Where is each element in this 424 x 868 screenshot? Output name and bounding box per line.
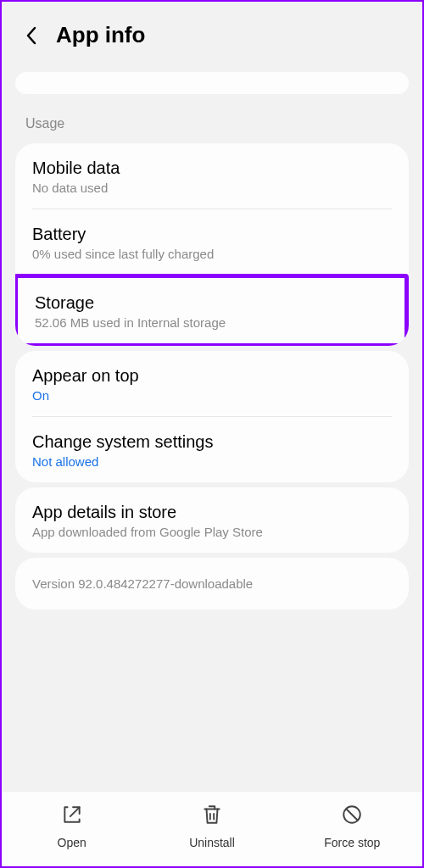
version-text: Version 92.0.484272277-downloadable [32, 576, 392, 591]
store-title: App details in store [32, 503, 392, 522]
mobile-data-title: Mobile data [32, 159, 392, 178]
change-settings-title: Change system settings [32, 432, 392, 452]
usage-section-label: Usage [2, 101, 422, 138]
header: App info [2, 2, 422, 65]
uninstall-label: Uninstall [189, 836, 235, 849]
page-title: App info [56, 22, 145, 48]
change-settings-sub: Not allowed [32, 454, 392, 469]
storage-highlight: Storage 52.06 MB used in Internal storag… [15, 274, 409, 346]
battery-title: Battery [32, 225, 392, 244]
permissions-card: Appear on top On Change system settings … [15, 351, 409, 482]
top-card-placeholder [15, 72, 409, 94]
storage-sub: 52.06 MB used in Internal storage [35, 315, 388, 330]
battery-row[interactable]: Battery 0% used since last fully charged [15, 209, 409, 275]
appear-on-top-title: Appear on top [32, 366, 392, 386]
change-settings-row[interactable]: Change system settings Not allowed [15, 417, 409, 482]
appear-on-top-sub: On [32, 388, 392, 403]
storage-title: Storage [35, 293, 388, 313]
storage-row[interactable]: Storage 52.06 MB used in Internal storag… [18, 278, 404, 343]
stop-icon [341, 804, 363, 829]
usage-card: Mobile data No data used Battery 0% used… [15, 143, 409, 346]
force-stop-label: Force stop [324, 836, 380, 849]
open-icon [61, 804, 83, 829]
force-stop-button[interactable]: Force stop [282, 804, 422, 849]
mobile-data-row[interactable]: Mobile data No data used [15, 143, 409, 209]
back-icon[interactable] [22, 26, 41, 45]
appear-on-top-row[interactable]: Appear on top On [15, 351, 409, 416]
store-row[interactable]: App details in store App downloaded from… [15, 487, 409, 553]
open-label: Open [58, 836, 86, 849]
version-card: Version 92.0.484272277-downloadable [15, 558, 409, 609]
bottom-bar: Open Uninstall Force stop [2, 791, 422, 866]
store-sub: App downloaded from Google Play Store [32, 525, 392, 539]
trash-icon [201, 804, 223, 829]
uninstall-button[interactable]: Uninstall [142, 804, 282, 849]
battery-sub: 0% used since last fully charged [32, 247, 392, 261]
store-card: App details in store App downloaded from… [15, 487, 409, 553]
mobile-data-sub: No data used [32, 181, 392, 195]
open-button[interactable]: Open [2, 804, 142, 849]
